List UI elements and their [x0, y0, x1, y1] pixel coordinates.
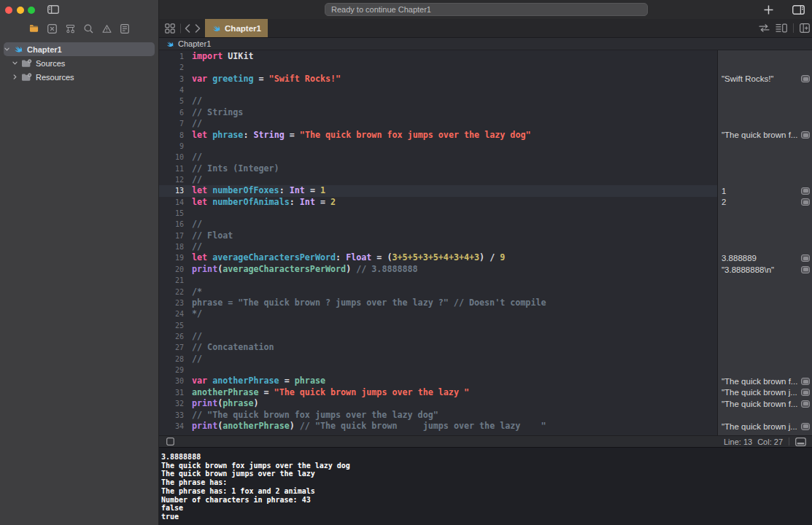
code-line-8[interactable]: 8let phrase: String = "The quick brown f…	[159, 130, 717, 141]
tree-item-label: Sources	[36, 59, 65, 68]
code-line-21[interactable]: 21	[159, 275, 717, 286]
add-playground-page-button[interactable]	[764, 5, 773, 15]
swift-icon	[212, 24, 221, 33]
code-review-icon[interactable]	[759, 24, 770, 32]
line-number: 23	[159, 298, 184, 308]
titlebar-sidebar-section	[0, 0, 159, 19]
jumpbar-file-label: Chapter1	[178, 39, 211, 48]
code-line-23[interactable]: 23phrase = "The quick brown ? jumps over…	[159, 298, 717, 308]
zoom-window-button[interactable]	[28, 7, 35, 14]
console-filter-icon[interactable]	[166, 438, 174, 446]
tab-label: Chapter1	[225, 24, 261, 33]
report-navigator-icon[interactable]	[120, 23, 130, 34]
disclosure-chevron-down-icon[interactable]	[4, 46, 10, 52]
source-editor[interactable]: 1import UIKit23var greeting = "Swift Roc…	[159, 50, 812, 435]
project-navigator-folder-icon[interactable]	[29, 23, 39, 34]
code-line-22[interactable]: 22/*	[159, 287, 717, 298]
square-x-navigator-icon[interactable]	[47, 23, 57, 34]
hierarchy-navigator-icon[interactable]	[66, 23, 75, 34]
go-back-icon[interactable]	[185, 24, 190, 33]
code-line-28[interactable]: 28//	[159, 354, 717, 365]
code-line-1[interactable]: 1import UIKit	[159, 51, 717, 62]
show-result-button[interactable]	[801, 75, 810, 82]
tree-item-chapter1[interactable]: Chapter1	[4, 42, 155, 56]
tree-item-resources[interactable]: Resources	[4, 70, 155, 84]
line-number: 30	[159, 376, 184, 386]
code-text: let numberOfFoxes: Int = 1	[184, 185, 325, 196]
code-line-33[interactable]: 33// "The quick brown fox jumps over the…	[159, 410, 717, 421]
code-line-9[interactable]: 9	[159, 141, 717, 152]
code-text: /*	[184, 287, 202, 298]
tree-item-sources[interactable]: Sources	[4, 56, 155, 70]
code-line-20[interactable]: 20print(averageCharactersPerWord) // 3.8…	[159, 264, 717, 275]
tab-chapter1[interactable]: Chapter1	[205, 19, 268, 37]
code-line-16[interactable]: 16//	[159, 219, 717, 230]
code-line-12[interactable]: 12//	[159, 174, 717, 185]
show-result-button[interactable]	[801, 423, 810, 430]
code-line-24[interactable]: 24*/	[159, 308, 717, 319]
code-line-15[interactable]: 15	[159, 208, 717, 219]
cursor-position-indicator: Line: 13Col: 27	[724, 438, 783, 446]
code-line-26[interactable]: 26//	[159, 331, 717, 342]
show-result-button[interactable]	[801, 389, 810, 396]
code-text: let numberOfAnimals: Int = 2	[184, 197, 336, 208]
code-line-13[interactable]: 13let numberOfFoxes: Int = 1	[159, 185, 717, 196]
line-number: 31	[159, 387, 184, 398]
code-line-18[interactable]: 18//	[159, 241, 717, 252]
line-number: 20	[159, 264, 184, 275]
code-text: //	[184, 96, 202, 106]
code-line-31[interactable]: 31anotherPhrase = "The quick brown jumps…	[159, 387, 717, 398]
disclosure-chevron-right-icon[interactable]	[12, 74, 18, 80]
code-line-6[interactable]: 6// Strings	[159, 107, 717, 118]
add-editor-icon[interactable]	[800, 23, 810, 33]
code-line-19[interactable]: 19let averageCharactersPerWord: Float = …	[159, 252, 717, 263]
editor-options-icon[interactable]	[776, 23, 787, 33]
window-titlebar: Ready to continue Chapter1	[0, 0, 812, 19]
toggle-debug-area-icon[interactable]	[795, 438, 806, 446]
code-line-14[interactable]: 14let numberOfAnimals: Int = 2	[159, 197, 717, 208]
code-line-17[interactable]: 17// Float	[159, 230, 717, 241]
code-line-3[interactable]: 3var greeting = "Swift Rocks!"	[159, 74, 717, 85]
result-row-line-14: 2	[718, 197, 812, 208]
code-line-32[interactable]: 32print(phrase)	[159, 398, 717, 409]
code-line-7[interactable]: 7//	[159, 118, 717, 129]
search-navigator-icon[interactable]	[84, 23, 93, 34]
toggle-inspector-icon[interactable]	[792, 5, 805, 15]
jump-bar[interactable]: Chapter1	[159, 38, 812, 50]
code-line-11[interactable]: 11// Ints (Integer)	[159, 163, 717, 174]
show-result-button[interactable]	[801, 378, 810, 385]
code-text: //	[184, 241, 202, 252]
code-line-5[interactable]: 5//	[159, 96, 717, 106]
result-value: "The quick brown f...	[718, 131, 801, 139]
toggle-navigator-icon[interactable]	[47, 5, 59, 14]
show-result-button[interactable]	[801, 254, 810, 262]
code-pane: 1import UIKit23var greeting = "Swift Roc…	[159, 50, 717, 435]
show-result-button[interactable]	[801, 198, 810, 206]
code-line-34[interactable]: 34print(anotherPhrase) // "The quick bro…	[159, 421, 717, 432]
code-line-29[interactable]: 29	[159, 365, 717, 376]
show-result-button[interactable]	[801, 400, 810, 408]
minimize-window-button[interactable]	[17, 7, 24, 14]
code-text: let averageCharactersPerWord: Float = (3…	[184, 252, 505, 263]
show-result-button[interactable]	[801, 131, 810, 139]
folder-badge-icon	[21, 73, 32, 82]
code-line-27[interactable]: 27// Concatenation	[159, 342, 717, 353]
code-line-10[interactable]: 10//	[159, 152, 717, 163]
close-window-button[interactable]	[5, 7, 12, 14]
code-text: //	[184, 118, 202, 129]
code-line-30[interactable]: 30var anotherPhrase = phrase	[159, 376, 717, 386]
show-result-button[interactable]	[801, 266, 810, 273]
tab-overview-grid-icon[interactable]	[165, 23, 175, 34]
tabbar-right-separator	[793, 23, 794, 33]
code-line-25[interactable]: 25	[159, 320, 717, 331]
debug-console[interactable]: 3.8888888 The quick brown fox jumps over…	[159, 448, 812, 525]
code-line-4[interactable]: 4	[159, 85, 717, 96]
go-forward-icon[interactable]	[195, 24, 201, 33]
code-text: anotherPhrase = "The quick brown jumps o…	[184, 387, 469, 398]
disclosure-chevron-down-icon[interactable]	[12, 60, 18, 66]
issues-warning-icon[interactable]	[102, 23, 112, 34]
result-value: 3.888889	[718, 254, 801, 262]
line-number: 16	[159, 219, 184, 230]
code-line-2[interactable]: 2	[159, 62, 717, 73]
show-result-button[interactable]	[801, 187, 810, 195]
